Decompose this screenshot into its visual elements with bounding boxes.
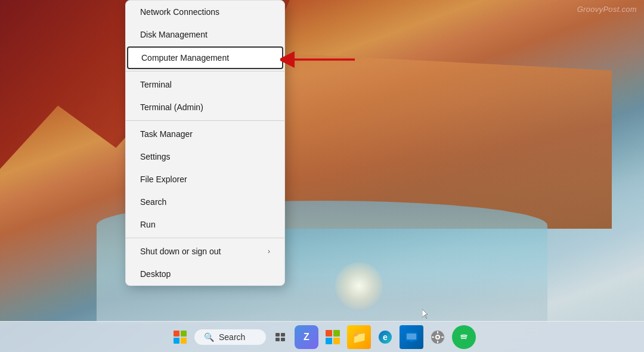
ms-store-button[interactable] <box>321 325 345 349</box>
menu-item-file-explorer[interactable]: File Explorer <box>126 168 284 191</box>
menu-item-settings[interactable]: Settings <box>126 145 284 168</box>
menu-item-shut-down[interactable]: Shut down or sign out › <box>126 240 284 263</box>
svg-rect-4 <box>275 338 280 341</box>
separator-2 <box>126 120 284 121</box>
file-explorer-button[interactable]: 📁 <box>347 325 371 349</box>
watermark: GroovyPost.com <box>577 5 637 14</box>
win-logo-green <box>181 331 187 337</box>
remote-desktop-icon <box>404 330 419 344</box>
win-logo-blue <box>174 338 179 344</box>
menu-item-run[interactable]: Run <box>126 213 284 236</box>
win-logo-yellow <box>181 338 187 344</box>
svg-rect-18 <box>437 331 438 334</box>
edge-icon: e <box>378 330 392 344</box>
svg-rect-6 <box>326 330 332 337</box>
settings-icon <box>431 330 445 344</box>
taskbar-search-label: Search <box>219 332 245 342</box>
edge-button[interactable]: e <box>373 325 397 349</box>
menu-item-terminal[interactable]: Terminal <box>126 73 284 96</box>
spotify-button[interactable] <box>452 325 476 349</box>
separator-3 <box>126 238 284 238</box>
taskbar-icons: 🔍 Search Z 📁 <box>168 325 476 349</box>
svg-point-17 <box>436 336 439 338</box>
svg-rect-3 <box>281 333 285 337</box>
svg-rect-2 <box>275 333 280 337</box>
settings-button[interactable] <box>426 325 450 349</box>
svg-rect-5 <box>281 338 285 341</box>
windows-logo-icon <box>174 331 187 344</box>
sun-reflection <box>335 262 383 310</box>
menu-item-task-manager[interactable]: Task Manager <box>126 123 284 145</box>
remote-desktop-button[interactable] <box>400 325 423 349</box>
context-menu: Network Connections Disk Management Comp… <box>125 0 285 286</box>
menu-item-desktop[interactable]: Desktop <box>126 263 284 285</box>
svg-rect-20 <box>432 337 434 338</box>
task-view-icon <box>274 331 286 343</box>
annotation-arrow <box>280 49 358 70</box>
search-icon: 🔍 <box>204 332 214 342</box>
menu-item-computer-management[interactable]: Computer Management <box>127 46 283 69</box>
task-view-button[interactable] <box>268 325 292 349</box>
separator-1 <box>126 71 284 71</box>
submenu-chevron-shutdown: › <box>268 247 270 256</box>
svg-rect-8 <box>326 338 332 344</box>
svg-rect-14 <box>410 341 413 342</box>
menu-item-disk-management[interactable]: Disk Management <box>126 23 284 46</box>
svg-text:e: e <box>383 332 388 342</box>
taskbar-search-bar[interactable]: 🔍 Search <box>194 329 266 345</box>
win-logo-red <box>174 331 179 337</box>
menu-item-terminal-admin[interactable]: Terminal (Admin) <box>126 96 284 119</box>
ms-store-icon <box>325 329 340 345</box>
svg-rect-21 <box>441 337 444 338</box>
zoom-button[interactable]: Z <box>295 325 318 349</box>
svg-point-22 <box>457 331 470 344</box>
spotify-icon <box>457 330 471 344</box>
start-button[interactable] <box>168 325 192 349</box>
svg-rect-7 <box>333 330 340 337</box>
menu-item-network-connections[interactable]: Network Connections <box>126 1 284 23</box>
svg-rect-19 <box>437 341 438 343</box>
zoom-icon: Z <box>304 332 309 342</box>
svg-rect-9 <box>333 338 340 344</box>
menu-item-search[interactable]: Search <box>126 191 284 213</box>
svg-rect-13 <box>407 334 416 339</box>
file-explorer-icon: 📁 <box>352 330 367 344</box>
taskbar: 🔍 Search Z 📁 <box>0 321 644 352</box>
